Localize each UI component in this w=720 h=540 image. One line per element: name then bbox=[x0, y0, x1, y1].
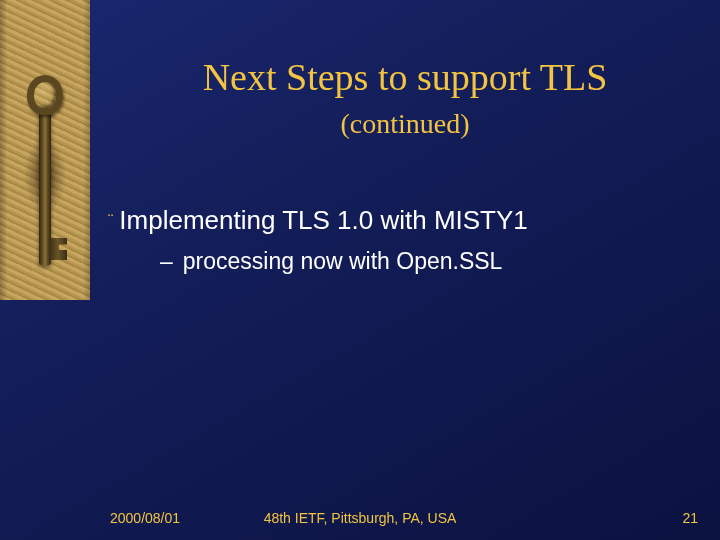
bullet-level-2: –processing now with Open.SSL bbox=[160, 248, 502, 275]
bullet2-dash-icon: – bbox=[160, 248, 173, 274]
slide-subtitle: (continued) bbox=[90, 108, 720, 140]
bullet1-text: Implementing TLS 1.0 with MISTY1 bbox=[119, 205, 527, 235]
bullet1-marker-icon: ¨ bbox=[108, 212, 113, 229]
footer-page-number: 21 bbox=[682, 510, 698, 526]
slide: Next Steps to support TLS (continued) ¨I… bbox=[0, 0, 720, 540]
bullet-level-1: ¨Implementing TLS 1.0 with MISTY1 bbox=[108, 205, 528, 236]
key-photo-sidebar bbox=[0, 0, 90, 300]
bullet2-text: processing now with Open.SSL bbox=[183, 248, 503, 274]
footer-venue: 48th IETF, Pittsburgh, PA, USA bbox=[0, 510, 720, 526]
slide-title: Next Steps to support TLS bbox=[90, 55, 720, 99]
key-bit-shape bbox=[49, 238, 67, 260]
